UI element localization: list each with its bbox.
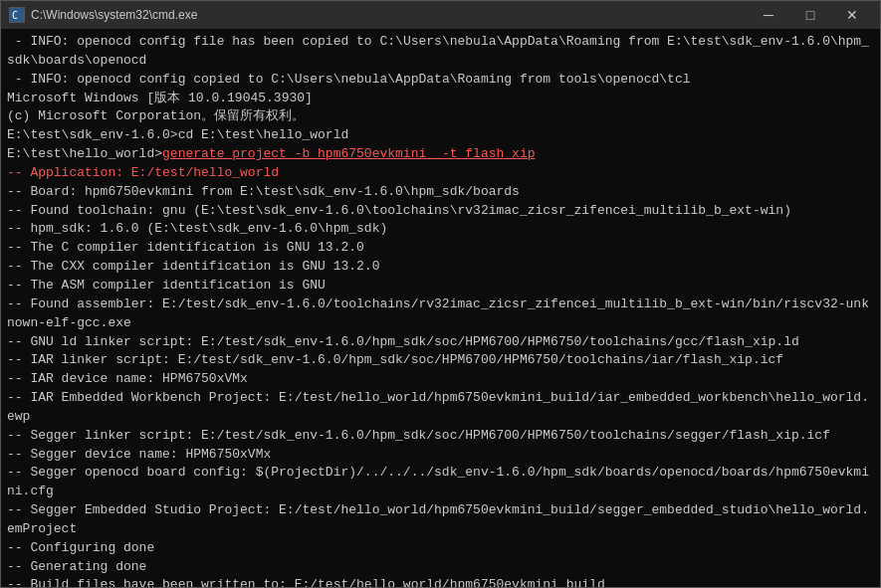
line-2: - INFO: openocd config copied to C:\User… [7, 71, 874, 90]
cmd-window: C C:\Windows\system32\cmd.exe ─ □ ✕ - IN… [0, 0, 881, 588]
window-title: C:\Windows\system32\cmd.exe [31, 8, 197, 22]
line-5: (c) Microsoft Corporation。保留所有权利。 [7, 107, 874, 126]
line-10: -- Application: E:/test/hello_world [7, 164, 874, 183]
window-controls: ─ □ ✕ [749, 5, 872, 25]
line-14: -- The C compiler identification is GNU … [7, 239, 874, 258]
line-17: -- Found assembler: E:/test/sdk_env-1.6.… [7, 295, 874, 333]
minimize-button[interactable]: ─ [749, 5, 788, 25]
line-25: -- Segger Embedded Studio Project: E:/te… [7, 501, 874, 539]
line-11: -- Board: hpm6750evkmini from E:\test\sd… [7, 183, 874, 202]
line-24: -- Segger openocd board config: $(Projec… [7, 464, 874, 501]
line-12: -- Found toolchain: gnu (E:\test\sdk_env… [7, 202, 874, 221]
line-7: E:\test\sdk_env-1.6.0>cd E:\test\hello_w… [7, 126, 874, 145]
line-27: -- Generating done [7, 558, 874, 577]
svg-text:C: C [12, 10, 18, 21]
line-13: -- hpm_sdk: 1.6.0 (E:\test\sdk_env-1.6.0… [7, 220, 874, 239]
line-28: -- Build files have been written to: E:/… [7, 576, 874, 587]
line-15: -- The CXX compiler identification is GN… [7, 258, 874, 277]
line-22: -- Segger linker script: E:/test/sdk_env… [7, 427, 874, 446]
line-4: Microsoft Windows [版本 10.0.19045.3930] [7, 90, 874, 108]
close-button[interactable]: ✕ [832, 5, 872, 25]
line-26: -- Configuring done [7, 539, 874, 558]
maximize-button[interactable]: □ [790, 5, 830, 25]
title-bar-left: C C:\Windows\system32\cmd.exe [9, 7, 197, 23]
line-20: -- IAR device name: HPM6750xVMx [7, 370, 874, 389]
line-16: -- The ASM compiler identification is GN… [7, 277, 874, 295]
title-bar: C C:\Windows\system32\cmd.exe ─ □ ✕ [1, 1, 880, 29]
terminal-body[interactable]: - INFO: openocd config file has been cop… [1, 29, 880, 587]
line-19: -- IAR linker script: E:/test/sdk_env-1.… [7, 351, 874, 370]
line-1: - INFO: openocd config file has been cop… [7, 33, 874, 71]
line-9: E:\test\hello_world>generate_project -b … [7, 145, 874, 164]
cmd-icon: C [9, 7, 25, 23]
line-23: -- Segger device name: HPM6750xVMx [7, 446, 874, 465]
line-18: -- GNU ld linker script: E:/test/sdk_env… [7, 333, 874, 352]
line-21: -- IAR Embedded Workbench Project: E:/te… [7, 389, 874, 427]
